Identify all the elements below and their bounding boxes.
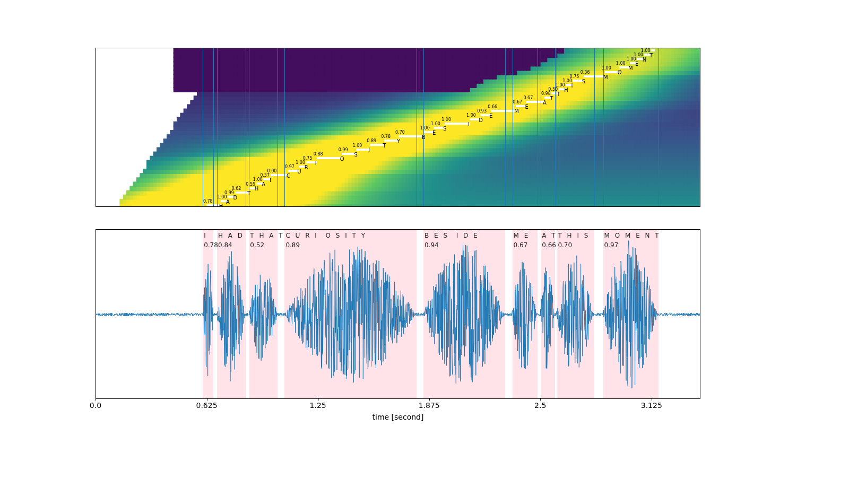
word-text: T H A T	[250, 232, 284, 239]
token-char: A	[226, 199, 230, 205]
word-boundary-line	[513, 48, 513, 206]
token-char: T	[649, 53, 653, 58]
token-char: E	[525, 104, 528, 110]
token-prob: 0.78	[381, 134, 391, 139]
token-char: E	[489, 113, 492, 119]
word-prob: 0.66	[542, 241, 556, 249]
alignment-step	[651, 49, 655, 51]
token-prob: 0.78	[203, 199, 213, 204]
alignment-step	[526, 101, 544, 103]
token-prob: 1.00	[441, 117, 451, 122]
token-char: I	[368, 147, 370, 153]
word-boundary-line	[505, 48, 506, 206]
x-tick: 1.875	[419, 401, 440, 410]
token-char: O	[618, 69, 622, 75]
token-char: I	[315, 160, 317, 166]
token-char: S	[443, 126, 446, 132]
token-char: A	[262, 181, 265, 187]
x-tick: 2.5	[534, 401, 546, 410]
token-prob: 1.00	[420, 126, 430, 131]
token-char: S	[354, 152, 358, 158]
token-char: B	[422, 134, 426, 140]
word-labels-layer: I0.78H A D0.84T H A T0.52C U R I O S I T…	[96, 230, 700, 398]
token-char: D	[479, 117, 483, 123]
x-axis-label: time [second]	[372, 413, 424, 421]
token-prob: 0.67	[523, 95, 533, 100]
token-prob: 1.00	[602, 66, 611, 71]
token-char: R	[305, 164, 308, 170]
token-prob: 0.89	[367, 138, 376, 143]
word-boundary-line	[203, 48, 203, 206]
token-prob: 0.55	[246, 182, 255, 187]
word-boundary-line	[541, 48, 541, 206]
token-prob: 1.00	[466, 113, 476, 118]
token-char: Y	[397, 138, 400, 144]
token-char: H	[219, 203, 223, 207]
token-prob: 0.50	[548, 87, 558, 92]
word-boundary-line	[217, 48, 218, 206]
alignment-step	[317, 157, 342, 159]
token-char: C	[287, 173, 290, 179]
word-text: T H I S	[558, 232, 590, 239]
token-char: H	[564, 87, 568, 93]
token-char: E	[635, 61, 638, 67]
word-prob: 0.89	[285, 241, 300, 249]
waveform-axes: I0.78H A D0.84T H A T0.52C U R I O S I T…	[96, 229, 700, 399]
alignment-overlay: I0.78H1.00A0.99D0.62T0.55H1.00A0.37T0.00…	[96, 48, 700, 206]
token-char: A	[543, 100, 547, 106]
word-text: A T	[542, 232, 557, 239]
token-char: I	[468, 121, 470, 127]
word-boundary-line	[557, 48, 557, 206]
token-char: T	[383, 143, 386, 149]
word-boundary-line	[603, 48, 604, 206]
token-prob: 1.00	[296, 160, 305, 165]
token-char: T	[269, 177, 272, 183]
word-text: M E	[514, 232, 530, 239]
token-prob: 0.75	[570, 74, 579, 79]
word-boundary-line	[538, 48, 538, 206]
word-prob: 0.84	[218, 241, 232, 249]
alignment-step	[342, 153, 356, 155]
token-prob: 0.70	[395, 130, 405, 135]
alignment-step	[271, 174, 289, 176]
token-char: T	[550, 95, 553, 101]
token-prob: 1.00	[562, 79, 572, 83]
token-prob: 0.37	[260, 173, 270, 178]
word-boundary-line	[659, 48, 659, 206]
word-prob: 0.97	[604, 241, 619, 249]
token-char: T	[557, 91, 560, 97]
token-char: E	[432, 130, 436, 136]
word-boundary-line	[284, 48, 285, 206]
alignment-step	[356, 149, 370, 151]
token-char: N	[643, 57, 646, 63]
token-prob: 0.97	[285, 164, 294, 169]
token-prob: 1.00	[556, 83, 565, 88]
word-text: C U R I O S I T Y	[285, 232, 367, 239]
token-prob: 0.75	[303, 156, 313, 161]
token-prob: 0.93	[477, 109, 487, 114]
token-prob: 0.00	[267, 169, 277, 173]
word-text: H A D	[218, 232, 244, 239]
token-prob: 1.00	[616, 61, 626, 66]
alignment-step	[398, 135, 423, 137]
x-tick: 0.625	[196, 401, 218, 410]
word-prob: 0.78	[204, 241, 218, 249]
token-prob: 0.62	[232, 186, 241, 191]
word-text: M O M E N T	[604, 232, 661, 239]
x-tick: 0.0	[90, 401, 101, 410]
figure: I0.78H1.00A0.99D0.62T0.55H1.00A0.37T0.00…	[0, 0, 849, 504]
token-char: O	[340, 156, 344, 162]
token-prob: 1.00	[634, 53, 643, 57]
token-prob: 0.67	[513, 100, 522, 105]
token-char: S	[582, 79, 585, 84]
alignment-step	[605, 71, 619, 73]
alignment-step	[445, 123, 470, 125]
token-prob: 1.00	[648, 48, 657, 49]
word-prob: 0.52	[250, 241, 264, 249]
word-boundary-line	[594, 48, 595, 206]
token-char: D	[233, 195, 238, 201]
token-prob: 0.88	[314, 152, 323, 157]
word-boundary-line	[213, 48, 214, 206]
x-tick: 3.125	[641, 401, 662, 410]
token-char: M	[514, 108, 519, 114]
